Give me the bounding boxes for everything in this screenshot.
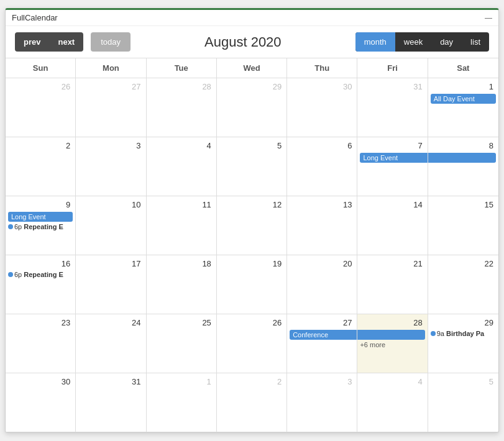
cell-aug24: 24 bbox=[76, 314, 146, 373]
cell-aug23: 23 bbox=[6, 314, 76, 373]
event-repeating-2[interactable]: 6p Repeating E bbox=[8, 271, 73, 278]
cell-aug3: 3 bbox=[76, 137, 146, 196]
day-number: 15 bbox=[431, 199, 496, 212]
day-number: 28 bbox=[149, 81, 214, 94]
day-number: 31 bbox=[78, 376, 143, 389]
week-view-button[interactable]: week bbox=[395, 32, 431, 52]
cell-aug12: 12 bbox=[217, 196, 287, 255]
header-mon: Mon bbox=[76, 58, 146, 78]
cell-aug2: 2 bbox=[6, 137, 76, 196]
event-long-event-end[interactable] bbox=[428, 153, 496, 163]
more-events-link[interactable]: +6 more bbox=[360, 341, 424, 348]
event-long-event-start[interactable]: Long Event bbox=[360, 153, 427, 163]
cell-aug8: 8 bbox=[428, 137, 498, 196]
day-number: 21 bbox=[360, 258, 424, 271]
day-number: 22 bbox=[431, 258, 496, 271]
list-view-button[interactable]: list bbox=[462, 32, 489, 52]
cell-aug7: 7 Long Event bbox=[357, 137, 428, 196]
day-number: 5 bbox=[431, 376, 496, 389]
cell-sep5: 5 bbox=[428, 373, 498, 432]
header-sat: Sat bbox=[428, 58, 498, 78]
cell-jul31: 31 bbox=[357, 78, 428, 137]
cell-aug25: 25 bbox=[147, 314, 217, 373]
cell-aug26: 26 bbox=[217, 314, 287, 373]
day-number: 2 bbox=[8, 140, 73, 153]
cell-aug19: 19 bbox=[217, 255, 287, 314]
cell-aug27: 27 Conference bbox=[287, 314, 357, 373]
today-button[interactable]: today bbox=[91, 32, 131, 52]
event-repeating-1[interactable]: 6p Repeating E bbox=[8, 223, 73, 230]
calendar-grid: 26 27 28 29 30 31 1 All Day Event bbox=[6, 78, 498, 432]
calendar-header: Sun Mon Tue Wed Thu Fri Sat bbox=[6, 58, 498, 78]
event-conference-end[interactable] bbox=[357, 330, 424, 340]
cell-aug5: 5 bbox=[217, 137, 287, 196]
next-button[interactable]: next bbox=[49, 32, 83, 52]
cell-aug20: 20 bbox=[287, 255, 357, 314]
day-number: 7 bbox=[360, 140, 424, 153]
cell-aug6: 6 bbox=[287, 137, 357, 196]
day-number: 27 bbox=[290, 317, 354, 330]
day-number: 13 bbox=[290, 199, 354, 212]
event-label: 9a Birthday Pa bbox=[437, 330, 484, 337]
cell-aug31: 31 bbox=[76, 373, 146, 432]
day-number: 1 bbox=[431, 81, 496, 94]
view-button-group: month week day list bbox=[355, 32, 489, 52]
titlebar: FullCalendar — bbox=[6, 10, 498, 26]
calendar: Sun Mon Tue Wed Thu Fri Sat 26 27 28 29 … bbox=[6, 58, 498, 432]
cell-jul28: 28 bbox=[147, 78, 217, 137]
header-sun: Sun bbox=[6, 58, 76, 78]
cell-sep2: 2 bbox=[217, 373, 287, 432]
day-number: 26 bbox=[219, 317, 284, 330]
event-conference-start[interactable]: Conference bbox=[290, 330, 357, 340]
event-label: 6p Repeating E bbox=[14, 271, 63, 278]
cell-aug28: 28 +6 more bbox=[357, 314, 428, 373]
cell-sep3: 3 bbox=[287, 373, 357, 432]
day-number: 27 bbox=[78, 81, 143, 94]
event-dot bbox=[431, 331, 436, 336]
cell-aug15: 15 bbox=[428, 196, 498, 255]
day-view-button[interactable]: day bbox=[431, 32, 462, 52]
event-long-event-single[interactable]: Long Event bbox=[8, 212, 73, 222]
calendar-window: FullCalendar — prev next today August 20… bbox=[5, 8, 499, 433]
day-number: 9 bbox=[8, 199, 73, 212]
cell-aug1: 1 All Day Event bbox=[428, 78, 498, 137]
cell-aug13: 13 bbox=[287, 196, 357, 255]
day-number: 23 bbox=[8, 317, 73, 330]
day-number: 29 bbox=[431, 317, 496, 330]
day-number: 1 bbox=[149, 376, 214, 389]
day-number: 5 bbox=[219, 140, 284, 153]
event-all-day[interactable]: All Day Event bbox=[431, 94, 496, 104]
header-fri: Fri bbox=[357, 58, 428, 78]
day-number: 25 bbox=[149, 317, 214, 330]
day-number: 16 bbox=[8, 258, 73, 271]
minimize-button[interactable]: — bbox=[485, 14, 492, 22]
day-number: 31 bbox=[360, 81, 424, 94]
day-number: 2 bbox=[219, 376, 284, 389]
cell-aug30: 30 bbox=[6, 373, 76, 432]
cell-aug16: 16 6p Repeating E bbox=[6, 255, 76, 314]
event-dot bbox=[8, 224, 13, 229]
cell-aug10: 10 bbox=[76, 196, 146, 255]
day-number: 6 bbox=[290, 140, 354, 153]
cell-sep4: 4 bbox=[357, 373, 428, 432]
cell-aug9: 9 Long Event 6p Repeating E bbox=[6, 196, 76, 255]
cell-aug11: 11 bbox=[147, 196, 217, 255]
month-view-button[interactable]: month bbox=[355, 32, 395, 52]
day-number: 4 bbox=[360, 376, 424, 389]
event-birthday[interactable]: 9a Birthday Pa bbox=[431, 330, 496, 337]
day-number: 8 bbox=[431, 140, 496, 153]
cell-jul27: 27 bbox=[76, 78, 146, 137]
prev-button[interactable]: prev bbox=[15, 32, 49, 52]
day-number: 26 bbox=[8, 81, 73, 94]
cell-aug14: 14 bbox=[357, 196, 428, 255]
cell-aug17: 17 bbox=[76, 255, 146, 314]
event-dot bbox=[8, 272, 13, 277]
header-wed: Wed bbox=[217, 58, 287, 78]
header-tue: Tue bbox=[147, 58, 217, 78]
cell-aug29: 29 9a Birthday Pa bbox=[428, 314, 498, 373]
cell-jul29: 29 bbox=[217, 78, 287, 137]
day-number: 3 bbox=[290, 376, 354, 389]
day-number: 20 bbox=[290, 258, 354, 271]
day-number: 11 bbox=[149, 199, 214, 212]
day-number: 28 bbox=[360, 317, 424, 330]
